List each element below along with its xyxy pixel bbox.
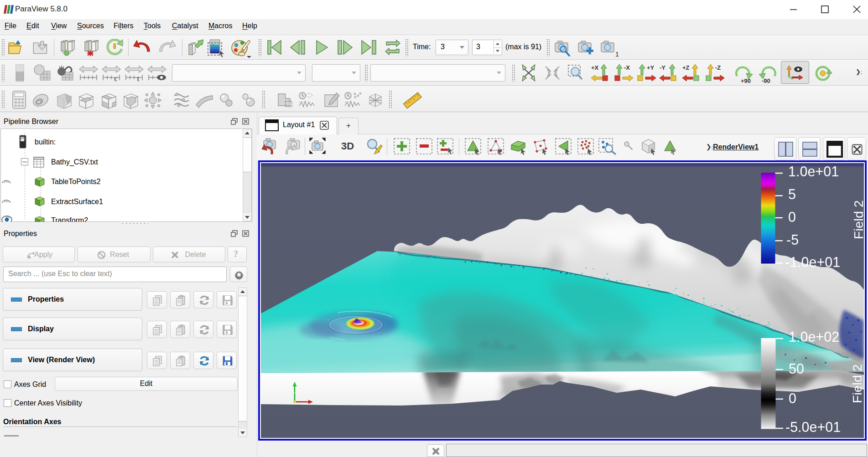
svg-text:-X: -X xyxy=(624,64,630,71)
svg-text:0: 0 xyxy=(788,209,796,225)
svg-text:-90: -90 xyxy=(762,77,770,83)
svg-text:-5.0e+01: -5.0e+01 xyxy=(785,419,841,435)
svg-text:-Z: -Z xyxy=(715,64,721,71)
svg-text:Field 2: Field 2 xyxy=(851,200,864,239)
svg-text:c: c xyxy=(114,74,118,82)
svg-text:+X: +X xyxy=(591,64,599,71)
svg-text:+Y: +Y xyxy=(647,64,655,71)
svg-text:1.0e+02: 1.0e+02 xyxy=(789,329,839,344)
svg-text:t: t xyxy=(137,74,140,82)
svg-text:1.0e+01: 1.0e+01 xyxy=(788,164,839,179)
svg-text:-1.0e+01: -1.0e+01 xyxy=(785,254,840,270)
svg-text:-5: -5 xyxy=(786,232,799,247)
svg-text:50: 50 xyxy=(789,361,804,376)
svg-text:+90: +90 xyxy=(741,77,751,83)
svg-text:-Y: -Y xyxy=(660,64,665,71)
svg-text:1: 1 xyxy=(615,51,619,57)
svg-text:Field 2: Field 2 xyxy=(850,364,864,403)
svg-text:5: 5 xyxy=(788,186,796,202)
svg-text:+Z: +Z xyxy=(682,64,690,71)
svg-text:0: 0 xyxy=(789,390,796,406)
